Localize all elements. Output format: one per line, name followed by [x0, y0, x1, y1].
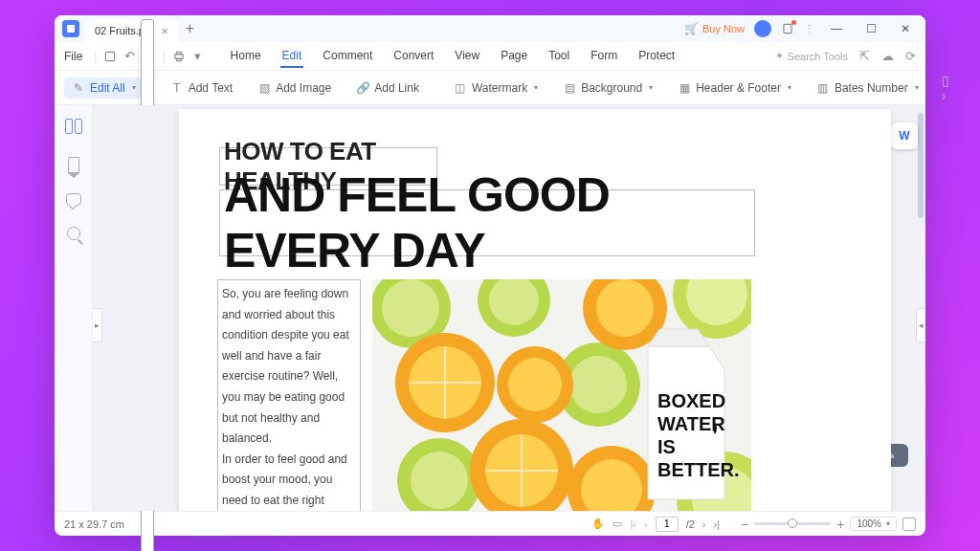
expand-right-handle[interactable]: ◂	[916, 308, 925, 342]
edit-all-label: Edit All	[90, 81, 125, 95]
tab-protect[interactable]: Protect	[636, 45, 677, 68]
chevron-down-icon: ▾	[534, 83, 538, 92]
word-export-badge[interactable]: W	[891, 122, 918, 149]
title-bar: 02 Fruits.pdf × + 🛒 Buy Now ⋮ ― ☐ ✕	[55, 15, 925, 42]
hand-tool-icon[interactable]: ✋	[591, 518, 605, 530]
link-icon: 🔗	[356, 81, 369, 95]
print-icon[interactable]	[171, 49, 187, 64]
zoom-slider-thumb[interactable]	[788, 518, 797, 528]
svg-point-11	[569, 356, 627, 413]
header-footer-icon: ▦	[678, 81, 691, 95]
buy-now-button[interactable]: 🛒 Buy Now	[684, 22, 745, 35]
pencil-icon: ✎	[72, 81, 85, 95]
hero-image[interactable]: BOXED WATER IS BETTER.	[372, 279, 751, 511]
tab-home[interactable]: Home	[229, 45, 263, 68]
last-page-icon[interactable]: ›|	[714, 518, 721, 530]
fit-page-icon[interactable]	[902, 518, 916, 531]
zoom-in-icon[interactable]: +	[836, 517, 844, 532]
edit-all-button[interactable]: ✎ Edit All ▾	[64, 77, 144, 99]
watermark-button[interactable]: ◫ Watermark ▾	[446, 77, 546, 99]
zoom-level-select[interactable]: 100% ▾	[850, 517, 897, 531]
chevron-down-icon: ▾	[788, 83, 791, 92]
zoom-out-icon[interactable]: −	[741, 517, 748, 532]
bookmark-icon[interactable]	[68, 157, 79, 172]
kebab-menu-icon[interactable]: ⋮	[804, 23, 814, 35]
main-tabs: Home Edit Comment Convert View Page Tool…	[229, 45, 678, 68]
svg-point-25	[596, 279, 654, 337]
zoom-cluster: − + 100% ▾	[741, 517, 916, 532]
watermark-icon: ◫	[454, 81, 467, 95]
file-menu[interactable]: File	[64, 50, 82, 63]
svg-marker-33	[648, 329, 709, 346]
tab-comment[interactable]: Comment	[321, 45, 374, 68]
select-tool-icon[interactable]: ▭	[612, 518, 622, 530]
refresh-icon[interactable]: ⟳	[905, 49, 916, 63]
tab-form[interactable]: Form	[589, 45, 619, 68]
edit-toolbar: ✎ Edit All ▾ T Add Text ▧ Add Image 🔗 Ad…	[55, 71, 925, 105]
undo-icon[interactable]: ↶	[122, 49, 137, 64]
app-logo	[62, 20, 79, 37]
svg-rect-3	[176, 52, 181, 54]
tab-view[interactable]: View	[453, 45, 481, 68]
next-page-icon[interactable]: ›	[702, 518, 706, 530]
chevron-down-icon: ▾	[132, 83, 136, 92]
search-icon[interactable]	[67, 227, 80, 240]
window-close[interactable]: ✕	[893, 19, 918, 38]
document-canvas[interactable]: ▸ ◂ W ✦✎ HOW TO EAT HEALTHY AND FEEL GOO…	[93, 105, 925, 511]
headline-2-box[interactable]: AND FEEL GOOD EVERY DAY	[219, 189, 755, 256]
app-body: ▸ ◂ W ✦✎ HOW TO EAT HEALTHY AND FEEL GOO…	[55, 105, 925, 511]
close-tab-icon[interactable]: ×	[161, 24, 168, 38]
header-footer-label: Header & Footer	[696, 81, 781, 95]
add-link-button[interactable]: 🔗 Add Link	[348, 77, 427, 99]
scrollbar-thumb[interactable]	[918, 113, 924, 218]
share-icon[interactable]: ⇱	[859, 49, 870, 63]
add-image-button[interactable]: ▧ Add Image	[250, 77, 339, 99]
bates-number-button[interactable]: ▥ Bates Number ▾	[809, 77, 926, 99]
window-maximize[interactable]: ☐	[858, 19, 883, 38]
dropdown-icon[interactable]: ▾	[190, 49, 206, 64]
save-icon[interactable]	[102, 49, 118, 64]
svg-text:IS: IS	[657, 436, 676, 457]
search-tools-label: Search Tools	[788, 51, 848, 62]
window-minimize[interactable]: ―	[824, 19, 849, 38]
background-button[interactable]: ▤ Background ▾	[555, 77, 660, 99]
tab-tool[interactable]: Tool	[546, 45, 571, 68]
pdf-page[interactable]: HOW TO EAT HEALTHY AND FEEL GOOD EVERY D…	[179, 109, 891, 511]
cloud-icon[interactable]: ☁	[881, 49, 894, 63]
tab-convert[interactable]: Convert	[391, 45, 435, 68]
expand-left-handle[interactable]: ▸	[93, 308, 102, 342]
svg-text:BETTER.: BETTER.	[657, 459, 740, 480]
header-footer-button[interactable]: ▦ Header & Footer ▾	[670, 77, 799, 99]
prev-page-icon[interactable]: ‹	[644, 518, 648, 530]
page-dimensions: 21 x 29.7 cm	[64, 518, 124, 530]
body-text-box[interactable]: So, you are feeling down and worried abo…	[217, 279, 361, 511]
svg-rect-0	[784, 24, 791, 33]
bates-label: Bates Number	[835, 81, 908, 95]
notifications-icon[interactable]	[781, 22, 794, 35]
document-tab[interactable]: 02 Fruits.pdf ×	[85, 19, 178, 42]
svg-rect-4	[176, 58, 181, 60]
chevron-down-icon: ▾	[886, 519, 890, 528]
bates-icon: ▥	[816, 81, 830, 95]
svg-point-13	[411, 452, 468, 509]
first-page-icon[interactable]: |‹	[630, 518, 636, 530]
new-tab-button[interactable]: +	[186, 20, 194, 37]
chevron-down-icon: ▾	[915, 83, 919, 92]
page-nav-cluster: ✋ ▭ |‹ ‹ /2 › ›| − + 100% ▾	[591, 517, 916, 532]
thumbnails-icon[interactable]	[65, 119, 82, 136]
tab-edit[interactable]: Edit	[280, 45, 304, 68]
user-avatar[interactable]	[754, 20, 771, 37]
svg-rect-2	[175, 54, 183, 58]
tab-page[interactable]: Page	[499, 45, 529, 68]
toolbar-overflow[interactable]: ▯ ›	[936, 73, 955, 103]
zoom-slider[interactable]	[754, 522, 831, 525]
search-tools[interactable]: ✦ Search Tools ⇱ ☁ ⟳	[775, 49, 916, 63]
page-number-input[interactable]	[656, 517, 679, 532]
status-bar: 21 x 29.7 cm ✋ ▭ |‹ ‹ /2 › ›| − + 100% ▾	[55, 511, 925, 536]
menu-bar: File | ↶ ↷ | ▾ Home Edit Comment Convert…	[55, 42, 925, 71]
title-bar-right: 🛒 Buy Now ⋮ ― ☐ ✕	[684, 19, 918, 38]
comments-icon[interactable]	[66, 193, 81, 206]
background-label: Background	[581, 81, 642, 95]
add-image-label: Add Image	[276, 81, 331, 95]
add-text-button[interactable]: T Add Text	[163, 77, 240, 99]
